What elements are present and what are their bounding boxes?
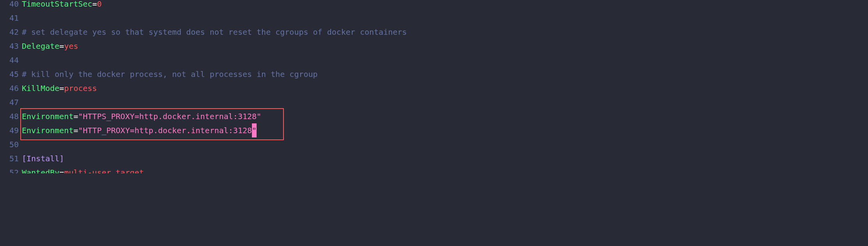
code-text: WantedBy=multi-user.target — [22, 166, 868, 173]
line-number: 50 — [0, 137, 22, 152]
line-number: 44 — [0, 53, 22, 67]
line-number: 47 — [0, 95, 22, 109]
code-text: # kill only the docker process, not all … — [22, 67, 868, 81]
code-line: 42 # set delegate yes so that systemd do… — [0, 25, 868, 39]
line-number: 45 — [0, 67, 22, 81]
line-number: 41 — [0, 11, 22, 25]
code-line: 49 Environment="HTTP_PROXY=http.docker.i… — [0, 123, 868, 137]
code-line: 50 — [0, 137, 868, 152]
line-number: 51 — [0, 152, 22, 166]
code-editor[interactable]: 40 TimeoutStartSec=0 41 42 # set delegat… — [0, 0, 868, 173]
code-line: 41 — [0, 11, 868, 25]
line-number: 46 — [0, 81, 22, 95]
text-cursor: " — [252, 123, 257, 137]
line-number: 43 — [0, 39, 22, 53]
line-number: 40 — [0, 0, 22, 11]
code-line: 52 WantedBy=multi-user.target — [0, 166, 868, 173]
code-text: Environment="HTTPS_PROXY=http.docker.int… — [22, 109, 868, 123]
line-number: 42 — [0, 25, 22, 39]
line-number: 48 — [0, 109, 22, 123]
code-line: 46 KillMode=process — [0, 81, 868, 95]
code-line: 43 Delegate=yes — [0, 39, 868, 53]
code-line: 51 [Install] — [0, 152, 868, 166]
code-text: TimeoutStartSec=0 — [22, 0, 102, 11]
code-text: Environment="HTTP_PROXY=http.docker.inte… — [22, 123, 868, 137]
code-line: 48 Environment="HTTPS_PROXY=http.docker.… — [0, 109, 868, 123]
line-number: 52 — [0, 166, 22, 173]
code-line: 40 TimeoutStartSec=0 — [0, 0, 102, 11]
line-number: 49 — [0, 123, 22, 137]
code-line: 44 — [0, 53, 868, 67]
code-text: [Install] — [22, 152, 868, 166]
code-text: # set delegate yes so that systemd does … — [22, 25, 868, 39]
code-text: KillMode=process — [22, 81, 868, 95]
code-line: 45 # kill only the docker process, not a… — [0, 67, 868, 81]
code-text: Delegate=yes — [22, 39, 868, 53]
code-line: 47 — [0, 95, 868, 109]
